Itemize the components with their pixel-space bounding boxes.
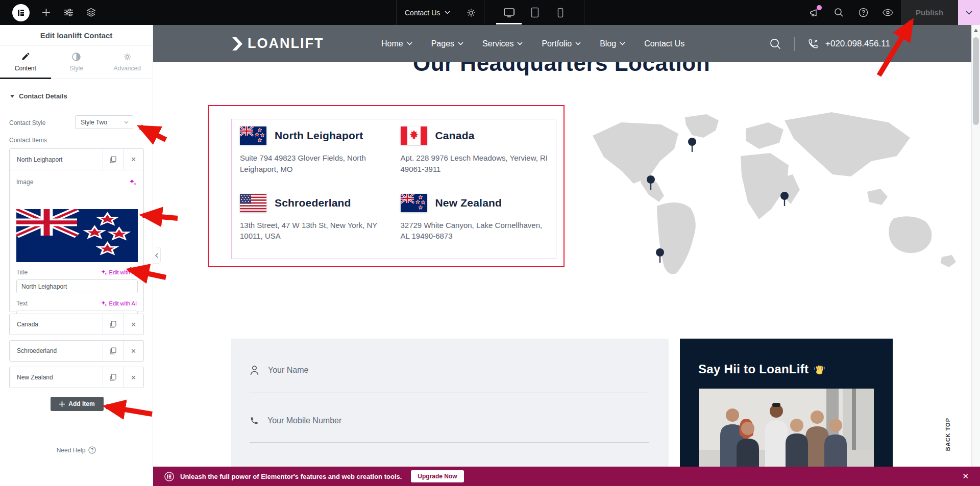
- repeater-item: Canada ✕: [9, 314, 144, 335]
- banner-close-icon[interactable]: ✕: [962, 467, 969, 486]
- edit-with-ai-link[interactable]: Edit with AI: [101, 269, 137, 275]
- publish-options-button[interactable]: [958, 0, 980, 25]
- contact-items-label: Contact Items: [9, 137, 47, 144]
- publish-label: Publish: [916, 8, 943, 17]
- duplicate-icon: [110, 374, 116, 381]
- remove-item-button[interactable]: ✕: [123, 149, 143, 170]
- elementor-logo-button[interactable]: [11, 0, 31, 25]
- collapse-triangle-icon: [10, 95, 14, 98]
- contact-style-select[interactable]: Style Two: [75, 115, 133, 129]
- whats-new-button[interactable]: [803, 0, 825, 25]
- document-switcher[interactable]: Contact Us: [405, 0, 450, 25]
- tab-advanced-label: Advanced: [113, 65, 140, 72]
- plus-icon: [42, 8, 51, 17]
- duplicate-item-button[interactable]: [103, 341, 123, 361]
- location-title: Canada: [435, 130, 475, 142]
- panel-header: Edit loanlift Contact: [0, 25, 153, 46]
- eye-icon: [883, 9, 893, 16]
- device-desktop-button[interactable]: [496, 0, 522, 25]
- duplicate-item-button[interactable]: [103, 367, 123, 388]
- site-search-button[interactable]: [770, 25, 781, 62]
- upgrade-now-button[interactable]: Upgrade Now: [411, 470, 463, 482]
- repeater-item: New Zealand ✕: [9, 367, 144, 388]
- item-image-preview[interactable]: [16, 209, 138, 262]
- gear-icon: [123, 53, 132, 61]
- preview-button[interactable]: [877, 0, 898, 25]
- document-settings-button[interactable]: [462, 0, 480, 25]
- item-title-input[interactable]: [16, 279, 138, 293]
- field-underline: [250, 442, 649, 443]
- nav-pages[interactable]: Pages: [431, 39, 463, 48]
- contact-cards-widget[interactable]: North Leighaport Suite 794 49823 Glover …: [231, 119, 556, 259]
- field-underline: [250, 393, 649, 393]
- device-tablet-button[interactable]: [524, 0, 546, 25]
- editor-panel: Edit loanlift Contact Content Style Adva…: [0, 25, 153, 486]
- site-logo[interactable]: LOANLIFT: [231, 25, 324, 62]
- section-title: Contact Details: [19, 92, 67, 100]
- say-hi-title: Say Hii to LoanLift: [698, 362, 808, 376]
- nav-services[interactable]: Services: [482, 39, 523, 48]
- nav-blog[interactable]: Blog: [600, 39, 625, 48]
- repeater-item-title[interactable]: North Leighaport: [10, 149, 103, 170]
- remove-item-button[interactable]: ✕: [123, 367, 143, 388]
- mobile-input[interactable]: [267, 416, 574, 425]
- repeater-item-title[interactable]: New Zealand: [10, 367, 103, 388]
- site-settings-button[interactable]: [59, 0, 78, 25]
- topbar-divider: [484, 0, 484, 25]
- text-label: Text: [16, 300, 28, 307]
- scrollbar-thumb[interactable]: [973, 37, 979, 125]
- help-circle-icon: [88, 446, 96, 454]
- active-device-underline: [496, 23, 522, 24]
- nav-portfolio[interactable]: Portfolio: [542, 39, 581, 48]
- add-item-label: Add Item: [68, 400, 94, 407]
- tab-content[interactable]: Content: [0, 46, 51, 79]
- repeater-item-title[interactable]: Schroederland: [10, 341, 103, 361]
- back-to-top[interactable]: BACK TOP: [945, 418, 951, 451]
- panel-tabs: Content Style Advanced: [0, 46, 153, 79]
- device-mobile-button[interactable]: [549, 0, 572, 25]
- name-field-row: [250, 365, 574, 375]
- tab-advanced[interactable]: Advanced: [102, 46, 153, 79]
- map-pin: [688, 138, 696, 152]
- need-help-link[interactable]: Need Help: [0, 446, 153, 454]
- mobile-field-row: [250, 416, 574, 425]
- site-phone-link[interactable]: +020.098.456.11: [807, 25, 890, 62]
- structure-button[interactable]: [82, 0, 100, 25]
- add-element-button[interactable]: [37, 0, 55, 25]
- scrollbar-up-arrow[interactable]: [974, 29, 978, 32]
- panel-collapse-handle[interactable]: [153, 247, 161, 264]
- tablet-icon: [531, 7, 539, 18]
- ai-sparkle-icon[interactable]: [129, 178, 137, 186]
- preview-scrollbar[interactable]: [971, 25, 980, 486]
- tab-content-label: Content: [15, 65, 36, 72]
- location-card: North Leighaport Suite 794 49823 Glover …: [240, 126, 387, 185]
- publish-button[interactable]: Publish: [901, 0, 958, 25]
- editor-topbar: Contact Us: [0, 0, 980, 25]
- duplicate-item-button[interactable]: [103, 314, 123, 335]
- repeater-item: Schroederland ✕: [9, 340, 144, 362]
- remove-item-button[interactable]: ✕: [123, 341, 143, 361]
- flag-canada-icon: [401, 126, 427, 145]
- edit-with-ai-link[interactable]: Edit with AI: [101, 300, 137, 306]
- remove-item-button[interactable]: ✕: [123, 314, 143, 335]
- name-input[interactable]: [268, 366, 574, 375]
- upgrade-banner: Unleash the full power of Elementor's fe…: [153, 467, 980, 486]
- need-help-label: Need Help: [57, 447, 86, 454]
- repeater-item-expanded: North Leighaport ✕ Image Title Edit with…: [9, 148, 144, 312]
- chevron-down-icon: [458, 42, 463, 45]
- team-photo: [699, 389, 874, 471]
- nav-contact-us[interactable]: Contact Us: [644, 39, 684, 48]
- world-map: [581, 106, 971, 288]
- tab-style[interactable]: Style: [51, 46, 102, 79]
- contact-style-label: Contact Style: [9, 119, 45, 126]
- help-button[interactable]: [852, 0, 874, 25]
- elementor-logo-icon: [12, 4, 30, 21]
- finder-search-button[interactable]: [828, 0, 849, 25]
- add-item-button[interactable]: Add Item: [51, 397, 104, 411]
- duplicate-item-button[interactable]: [103, 149, 123, 170]
- page-preview: Our Headquarters Location LOANLIFT Home …: [153, 25, 971, 486]
- nav-home[interactable]: Home: [381, 39, 412, 48]
- section-contact-details[interactable]: Contact Details: [10, 92, 67, 100]
- duplicate-icon: [110, 347, 116, 354]
- repeater-item-title[interactable]: Canada: [10, 314, 103, 335]
